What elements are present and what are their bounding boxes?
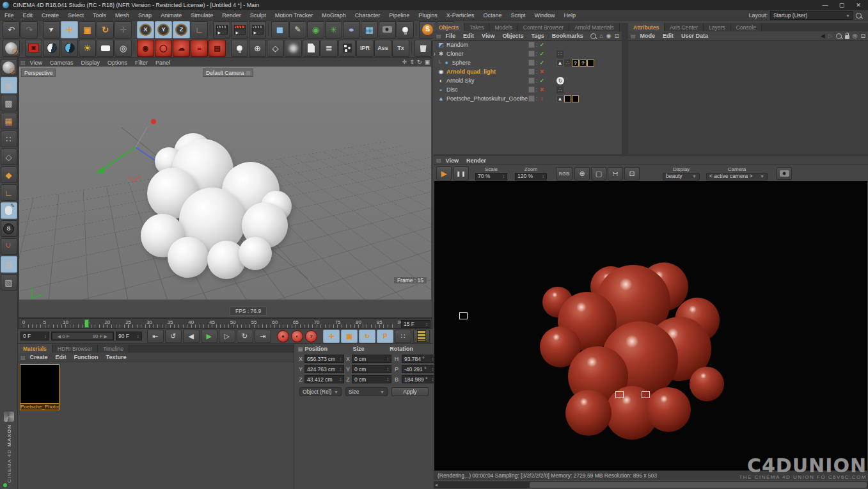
mini-timeline-button[interactable] [413, 330, 430, 343]
visibility-dots-icon[interactable]: ⁚ [536, 52, 537, 56]
menu-plugins[interactable]: Plugins [414, 12, 442, 19]
render-settings-button[interactable] [249, 21, 266, 38]
rotation-field-p[interactable]: -40.291 °↕ [402, 365, 436, 373]
visibility-columns[interactable]: ⁚✓ [528, 77, 545, 84]
object-row-random[interactable]: ◩Random⁚✓ [434, 40, 622, 49]
last-tool-button[interactable]: ✛ [114, 21, 132, 38]
target-rings-button[interactable]: ◎ [114, 40, 132, 57]
menu-create[interactable]: Create [37, 12, 63, 19]
redo-button[interactable]: ↷ [20, 21, 38, 38]
light-bulb-button[interactable] [231, 40, 248, 57]
size-field-y[interactable]: 0 cm↕ [352, 365, 391, 373]
layer-box-icon[interactable] [528, 86, 535, 93]
tex-tag-icon[interactable] [572, 95, 579, 102]
position-field-z[interactable]: 43.412 cm↕ [304, 375, 344, 383]
nav-forward-icon[interactable]: ▷ [828, 33, 833, 39]
horizontal-scrollbar[interactable]: ◂ [434, 481, 868, 488]
tone-mapping-a-button[interactable] [43, 40, 60, 57]
play-loop-button[interactable]: ↻ [237, 330, 253, 343]
y-axis-lock-button[interactable]: Y [155, 21, 172, 38]
visibility-columns[interactable]: ⁚✓ [528, 60, 545, 66]
attributes-tab-console[interactable]: Console [731, 23, 762, 31]
render-menu-render[interactable]: Render [462, 157, 490, 164]
zoom-icon[interactable]: ⇕ [409, 59, 414, 65]
layout-dropdown[interactable]: Startup (User)▼ [770, 11, 853, 20]
visibility-dots-icon[interactable]: ⁚ [536, 61, 537, 65]
path-icon[interactable]: ⌂ [599, 33, 603, 39]
noise-dots-button[interactable] [338, 40, 356, 57]
key-rotation-button[interactable]: ↻ [359, 330, 375, 343]
play-forwards-button[interactable]: ▶ [201, 330, 217, 343]
object-row-sphere[interactable]: └●Sphere⁚✓▲∴?? [434, 58, 622, 67]
menu-character[interactable]: Character [351, 12, 385, 19]
materials-menu-texture[interactable]: Texture [102, 354, 130, 360]
materials-tab-materials[interactable]: Materials [18, 344, 52, 353]
visibility-columns[interactable]: ⁚✓ [528, 51, 545, 57]
orbit-icon[interactable]: ↻ [417, 59, 422, 65]
layout-icon[interactable]: ▣ [424, 59, 430, 65]
material-thumbnail[interactable] [20, 364, 59, 404]
visibility-dots-icon[interactable]: ⁚ [536, 97, 537, 101]
viewport-menu-filter[interactable]: Filter [131, 60, 152, 66]
visibility-columns[interactable]: ⁚✕ [528, 86, 545, 93]
attributes-tab-layers[interactable]: Layers [704, 23, 731, 31]
next-frame-button[interactable]: ▷ [219, 330, 235, 343]
range-start-field[interactable]: 0 F↕ [20, 332, 49, 341]
viewport-scene[interactable]: Frame : 15 [19, 67, 431, 300]
position-field-x[interactable]: 656.373 cm↕ [304, 355, 344, 363]
menu-render[interactable]: Render [217, 12, 246, 19]
attributes-tab-attributes[interactable]: Attributes [628, 23, 665, 31]
close-button[interactable]: ✕ [850, 0, 867, 10]
visibility-dots-icon[interactable]: ⁚ [536, 79, 537, 83]
search-icon[interactable] [590, 33, 596, 39]
expand-icon[interactable]: ⊖ [434, 51, 436, 57]
minimize-button[interactable]: — [817, 0, 833, 10]
menu-tools[interactable]: Tools [88, 12, 111, 19]
z-axis-lock-button[interactable]: Z [173, 21, 190, 38]
search-icon[interactable] [836, 33, 842, 39]
region-render-button[interactable]: ▢ [591, 167, 606, 180]
delete-button[interactable] [414, 40, 432, 57]
arnold-list-button[interactable]: ≡ [191, 40, 208, 57]
sky-dome-button[interactable]: ⊕ [249, 40, 266, 57]
snap-settings-button[interactable]: S [1, 220, 17, 237]
coordinate-system-button[interactable]: ∟ [191, 21, 208, 38]
camera-chip[interactable]: Default Camera▦ [203, 68, 253, 77]
range-end-field[interactable]: 90 F↕ [116, 332, 142, 341]
current-frame-field[interactable]: 15 F↕ [401, 320, 430, 328]
layer-box-icon[interactable] [528, 68, 535, 75]
add-mograph-button[interactable]: ✳ [325, 21, 342, 38]
zoom-field[interactable]: 120 %↕ [515, 173, 547, 180]
new-window-icon[interactable]: ⊡ [860, 33, 865, 39]
add-floor-button[interactable]: ▦ [361, 21, 378, 38]
rotate-button[interactable]: ↻ [97, 21, 114, 38]
panel-grip-icon[interactable]: ▤ [20, 60, 25, 65]
add-spline-button[interactable]: ✎ [289, 21, 306, 38]
add-primitive-cube-button[interactable]: ◼ [271, 21, 288, 38]
tex-tag-icon[interactable] [564, 95, 571, 102]
viewport-tool-button[interactable] [1, 202, 17, 219]
add-generator-button[interactable]: ◉ [307, 21, 324, 38]
object-row-arnold-sky[interactable]: ◐Arnold Sky⁚✓↻ [434, 76, 622, 85]
points-mode-button[interactable]: ∷ [1, 131, 17, 147]
enable-axis-button[interactable]: ∟ [1, 184, 17, 201]
layer-box-icon[interactable] [528, 42, 535, 48]
document-button[interactable] [303, 40, 320, 57]
play-backwards-button[interactable]: ↺ [165, 330, 182, 343]
size-field-x[interactable]: 0 cm↕ [352, 355, 391, 363]
filter-icon[interactable]: ◉ [606, 33, 612, 39]
goto-start-button[interactable]: ⇤ [147, 330, 164, 343]
position-field-y[interactable]: 424.763 cm↕ [304, 365, 344, 373]
viewport-menu-options[interactable]: Options [104, 60, 131, 66]
layer-box-icon[interactable] [528, 60, 535, 66]
panel-grip-icon[interactable]: ▤ [298, 346, 303, 352]
sky-tag-icon[interactable]: ↻ [556, 77, 564, 84]
materials-tab-timeline[interactable]: Timeline [98, 344, 129, 353]
ipr-pause-button[interactable]: ❚❚ [454, 166, 469, 180]
render-output[interactable] [434, 181, 867, 470]
enable-state-icon[interactable]: ✓ [539, 60, 545, 66]
alpha-channel-button[interactable]: ⊕ [574, 167, 590, 180]
object-row-poetsche-photoskultur-goethe[interactable]: ▲Poetsche_Photoskultur_Goethe⁚⁝▲ [434, 94, 622, 103]
snapshot-button[interactable] [777, 167, 792, 180]
layer-stack-button[interactable]: ≣ [320, 40, 338, 57]
